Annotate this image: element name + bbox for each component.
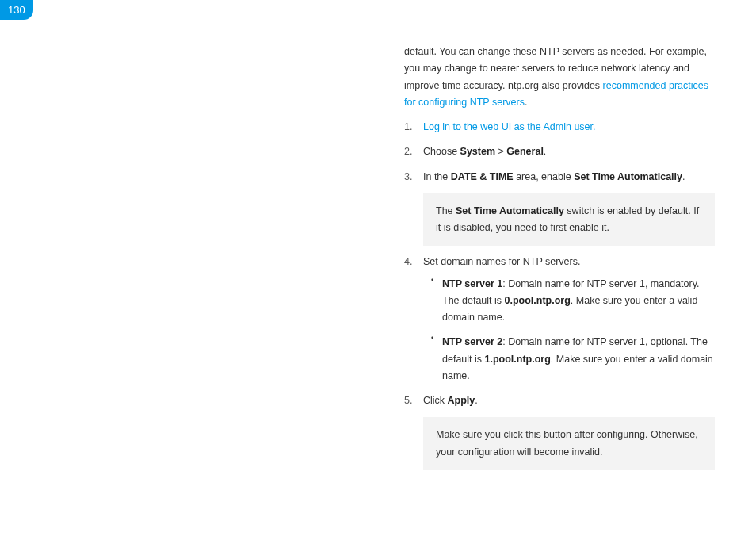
set-time-auto-label: Set Time Automatically <box>574 171 682 182</box>
note1-b: Set Time Automatically <box>456 205 564 216</box>
step-3-text-c: area, enable <box>514 171 574 182</box>
step-2-text-a: Choose <box>423 146 460 157</box>
step-4-text: Set domain names for NTP servers. <box>423 256 580 267</box>
steps-list: Log in to the web UI as the Admin user. … <box>404 119 715 186</box>
note-box-1: The Set Time Automatically switch is ena… <box>423 193 715 247</box>
step-2: Choose System > General. <box>404 144 715 160</box>
intro-text-after: . <box>525 97 527 108</box>
step-3-text-a: In the <box>423 171 451 182</box>
step-5: Click Apply. <box>404 392 715 409</box>
ntp-server-1-item: NTP server 1: Domain name for NTP server… <box>431 276 715 327</box>
date-time-label: DATE & TIME <box>451 171 514 182</box>
step-5-text-c: . <box>475 395 477 406</box>
page-number-badge: 130 <box>0 0 33 20</box>
ntp-server-2-item: NTP server 2: Domain name for NTP server… <box>431 334 715 385</box>
intro-paragraph: default. You can change these NTP server… <box>404 44 715 111</box>
step-4: Set domain names for NTP servers. NTP se… <box>404 254 715 385</box>
note2-text: Make sure you click this button after co… <box>436 429 698 457</box>
ntp1-label: NTP server 1 <box>442 278 502 289</box>
general-label: General <box>506 146 544 157</box>
step-3-text-e: . <box>682 171 685 182</box>
step-2-text-c: > <box>495 146 506 157</box>
main-content: default. You can change these NTP server… <box>404 44 715 478</box>
note-box-2: Make sure you click this button after co… <box>423 417 715 470</box>
step-5-text-a: Click <box>423 395 448 406</box>
steps-list-continued: Set domain names for NTP servers. NTP se… <box>404 254 715 409</box>
ntp2-label: NTP server 2 <box>442 336 502 347</box>
system-label: System <box>460 146 495 157</box>
ntp1-domain: 0.pool.ntp.org <box>505 295 571 306</box>
ntp-server-sublist: NTP server 1: Domain name for NTP server… <box>431 276 715 385</box>
step-1: Log in to the web UI as the Admin user. <box>404 119 715 136</box>
ntp2-domain: 1.pool.ntp.org <box>485 354 551 365</box>
note1-a: The <box>436 205 456 216</box>
step-3: In the DATE & TIME area, enable Set Time… <box>404 169 715 186</box>
apply-label: Apply <box>448 395 475 406</box>
step-2-text-e: . <box>544 146 546 157</box>
login-link[interactable]: Log in to the web UI as the Admin user. <box>423 121 596 132</box>
